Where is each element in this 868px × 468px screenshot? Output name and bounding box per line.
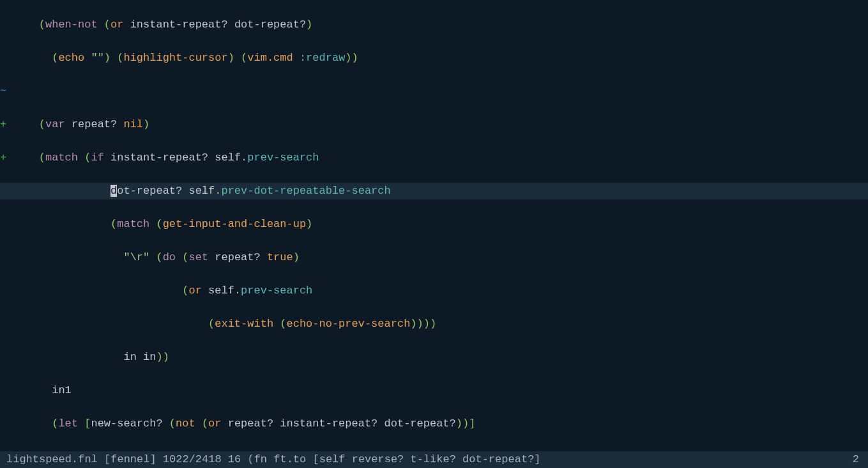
cursor: d <box>110 185 117 197</box>
statusline-right: 2 <box>853 451 868 468</box>
plus-icon: + <box>0 116 13 133</box>
code-line: (when-not (or instant-repeat? dot-repeat… <box>0 17 868 33</box>
plus-icon: + <box>0 150 13 166</box>
code-editor[interactable]: (when-not (or instant-repeat? dot-repeat… <box>0 0 868 468</box>
code-line: (let [new-search? (not (or repeat? insta… <box>0 416 868 432</box>
code-line: + (match (if instant-repeat? self.prev-s… <box>0 150 868 166</box>
code-line: (or self.prev-search <box>0 283 868 299</box>
code-line: "\r" (do (set repeat? true) <box>0 249 868 266</box>
status-line: lightspeed.fnl [fennel] 1022/2418 16 (fn… <box>0 451 868 468</box>
code-line: ~ <box>0 83 868 100</box>
statusline-left: lightspeed.fnl [fennel] 1022/2418 16 (fn… <box>6 451 541 468</box>
code-line: (echo "") (highlight-cursor) (vim.cmd :r… <box>0 50 868 66</box>
tilde-icon: ~ <box>0 83 13 100</box>
code-line: (match (get-input-and-clean-up) <box>0 216 868 233</box>
code-line: (exit-with (echo-no-prev-search)))) <box>0 316 868 332</box>
code-line: + (var repeat? nil) <box>0 116 868 133</box>
code-line: in in)) <box>0 349 868 366</box>
code-line: in1 <box>0 382 868 399</box>
current-line: dot-repeat? self.prev-dot-repeatable-sea… <box>0 183 868 199</box>
